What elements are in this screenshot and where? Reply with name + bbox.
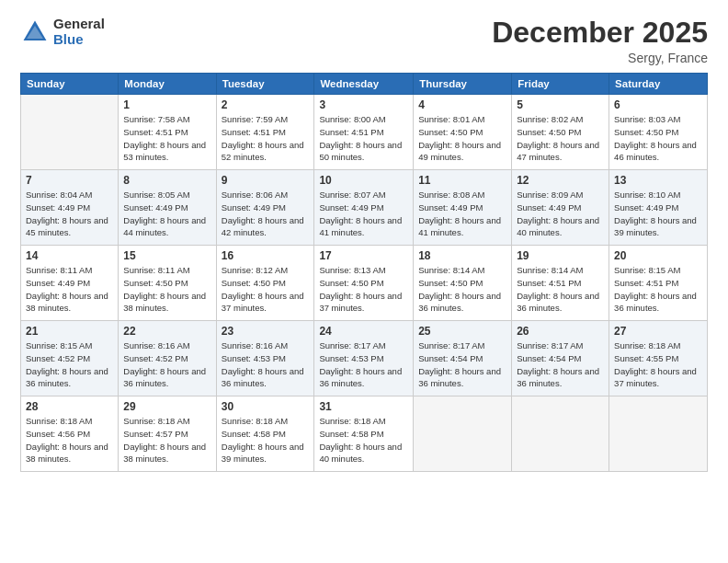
day-info: Sunrise: 8:02 AM Sunset: 4:50 PM Dayligh… — [517, 113, 604, 164]
day-number: 18 — [418, 249, 506, 262]
day-number: 21 — [26, 325, 113, 338]
day-info: Sunrise: 8:14 AM Sunset: 4:51 PM Dayligh… — [517, 264, 604, 315]
calendar-cell: 30Sunrise: 8:18 AM Sunset: 4:58 PM Dayli… — [216, 396, 314, 472]
day-number: 12 — [517, 174, 604, 187]
day-info: Sunrise: 8:03 AM Sunset: 4:50 PM Dayligh… — [614, 113, 702, 164]
page: General Blue December 2025 Sergy, France… — [0, 0, 728, 563]
day-number: 11 — [418, 174, 506, 187]
calendar-cell: 15Sunrise: 8:11 AM Sunset: 4:50 PM Dayli… — [119, 246, 216, 321]
calendar-cell: 14Sunrise: 8:11 AM Sunset: 4:49 PM Dayli… — [21, 246, 119, 321]
day-number: 10 — [319, 174, 408, 187]
day-info: Sunrise: 8:15 AM Sunset: 4:52 PM Dayligh… — [26, 339, 113, 390]
logo-icon — [20, 17, 50, 47]
calendar-cell: 27Sunrise: 8:18 AM Sunset: 4:55 PM Dayli… — [609, 321, 708, 396]
day-info: Sunrise: 8:14 AM Sunset: 4:50 PM Dayligh… — [418, 264, 506, 315]
col-header-saturday: Saturday — [609, 74, 708, 95]
day-info: Sunrise: 8:15 AM Sunset: 4:51 PM Dayligh… — [614, 264, 702, 315]
day-number: 14 — [26, 249, 113, 262]
day-number: 3 — [319, 98, 408, 111]
calendar-cell: 23Sunrise: 8:16 AM Sunset: 4:53 PM Dayli… — [216, 321, 314, 396]
logo: General Blue — [20, 17, 105, 47]
day-info: Sunrise: 8:06 AM Sunset: 4:49 PM Dayligh… — [222, 189, 310, 239]
calendar-cell: 16Sunrise: 8:12 AM Sunset: 4:50 PM Dayli… — [216, 246, 314, 321]
col-header-tuesday: Tuesday — [216, 74, 314, 95]
calendar-cell: 2Sunrise: 7:59 AM Sunset: 4:51 PM Daylig… — [216, 95, 314, 170]
day-number: 4 — [418, 98, 506, 111]
calendar-header-row: SundayMondayTuesdayWednesdayThursdayFrid… — [21, 74, 708, 95]
day-number: 16 — [222, 249, 310, 262]
calendar-cell: 4Sunrise: 8:01 AM Sunset: 4:50 PM Daylig… — [414, 95, 512, 170]
col-header-friday: Friday — [512, 74, 609, 95]
calendar-cell: 20Sunrise: 8:15 AM Sunset: 4:51 PM Dayli… — [609, 246, 708, 321]
day-number: 19 — [517, 249, 604, 262]
calendar-cell: 10Sunrise: 8:07 AM Sunset: 4:49 PM Dayli… — [314, 170, 414, 246]
day-info: Sunrise: 8:12 AM Sunset: 4:50 PM Dayligh… — [222, 264, 310, 315]
col-header-monday: Monday — [119, 74, 216, 95]
calendar-week-row: 28Sunrise: 8:18 AM Sunset: 4:56 PM Dayli… — [21, 396, 708, 472]
calendar-cell: 1Sunrise: 7:58 AM Sunset: 4:51 PM Daylig… — [119, 95, 216, 170]
calendar-cell: 26Sunrise: 8:17 AM Sunset: 4:54 PM Dayli… — [512, 321, 609, 396]
day-number: 29 — [123, 400, 210, 413]
calendar-week-row: 1Sunrise: 7:58 AM Sunset: 4:51 PM Daylig… — [21, 95, 708, 170]
day-info: Sunrise: 8:09 AM Sunset: 4:49 PM Dayligh… — [517, 189, 604, 239]
calendar-week-row: 21Sunrise: 8:15 AM Sunset: 4:52 PM Dayli… — [21, 321, 708, 396]
day-number: 30 — [222, 400, 310, 413]
day-info: Sunrise: 8:05 AM Sunset: 4:49 PM Dayligh… — [123, 189, 210, 239]
logo-general: General — [53, 17, 105, 32]
day-info: Sunrise: 8:07 AM Sunset: 4:49 PM Dayligh… — [319, 189, 408, 239]
day-number: 22 — [123, 325, 210, 338]
day-info: Sunrise: 8:18 AM Sunset: 4:57 PM Dayligh… — [123, 415, 210, 465]
calendar-week-row: 7Sunrise: 8:04 AM Sunset: 4:49 PM Daylig… — [21, 170, 708, 246]
day-info: Sunrise: 8:11 AM Sunset: 4:49 PM Dayligh… — [26, 264, 113, 315]
day-info: Sunrise: 8:17 AM Sunset: 4:53 PM Dayligh… — [319, 339, 408, 390]
day-number: 15 — [123, 249, 210, 262]
calendar-cell: 18Sunrise: 8:14 AM Sunset: 4:50 PM Dayli… — [414, 246, 512, 321]
title-block: December 2025 Sergy, France — [492, 17, 708, 65]
day-info: Sunrise: 8:13 AM Sunset: 4:50 PM Dayligh… — [319, 264, 408, 315]
day-info: Sunrise: 8:10 AM Sunset: 4:49 PM Dayligh… — [614, 189, 702, 239]
day-info: Sunrise: 8:01 AM Sunset: 4:50 PM Dayligh… — [418, 113, 506, 164]
day-number: 26 — [517, 325, 604, 338]
day-number: 9 — [222, 174, 310, 187]
subtitle: Sergy, France — [492, 51, 708, 65]
calendar-table: SundayMondayTuesdayWednesdayThursdayFrid… — [20, 73, 708, 472]
calendar-cell: 9Sunrise: 8:06 AM Sunset: 4:49 PM Daylig… — [216, 170, 314, 246]
calendar-cell: 7Sunrise: 8:04 AM Sunset: 4:49 PM Daylig… — [21, 170, 119, 246]
day-number: 7 — [26, 174, 113, 187]
day-info: Sunrise: 8:18 AM Sunset: 4:58 PM Dayligh… — [319, 415, 408, 465]
day-info: Sunrise: 8:11 AM Sunset: 4:50 PM Dayligh… — [123, 264, 210, 315]
day-number: 24 — [319, 325, 408, 338]
calendar-cell: 17Sunrise: 8:13 AM Sunset: 4:50 PM Dayli… — [314, 246, 414, 321]
header: General Blue December 2025 Sergy, France — [20, 17, 708, 65]
calendar-week-row: 14Sunrise: 8:11 AM Sunset: 4:49 PM Dayli… — [21, 246, 708, 321]
day-number: 8 — [123, 174, 210, 187]
calendar-cell — [609, 396, 708, 472]
day-number: 5 — [517, 98, 604, 111]
calendar-cell: 31Sunrise: 8:18 AM Sunset: 4:58 PM Dayli… — [314, 396, 414, 472]
month-title: December 2025 — [492, 17, 708, 49]
calendar-cell: 29Sunrise: 8:18 AM Sunset: 4:57 PM Dayli… — [119, 396, 216, 472]
day-number: 31 — [319, 400, 408, 413]
day-info: Sunrise: 8:18 AM Sunset: 4:55 PM Dayligh… — [614, 339, 702, 390]
calendar-cell: 19Sunrise: 8:14 AM Sunset: 4:51 PM Dayli… — [512, 246, 609, 321]
day-info: Sunrise: 8:17 AM Sunset: 4:54 PM Dayligh… — [517, 339, 604, 390]
day-number: 1 — [123, 98, 210, 111]
logo-text: General Blue — [53, 17, 105, 47]
calendar-cell: 21Sunrise: 8:15 AM Sunset: 4:52 PM Dayli… — [21, 321, 119, 396]
day-number: 25 — [418, 325, 506, 338]
day-number: 27 — [614, 325, 702, 338]
day-info: Sunrise: 8:00 AM Sunset: 4:51 PM Dayligh… — [319, 113, 408, 164]
calendar-cell: 5Sunrise: 8:02 AM Sunset: 4:50 PM Daylig… — [512, 95, 609, 170]
day-number: 2 — [222, 98, 310, 111]
day-info: Sunrise: 8:18 AM Sunset: 4:58 PM Dayligh… — [222, 415, 310, 465]
day-number: 28 — [26, 400, 113, 413]
calendar-cell: 13Sunrise: 8:10 AM Sunset: 4:49 PM Dayli… — [609, 170, 708, 246]
day-number: 23 — [222, 325, 310, 338]
day-number: 13 — [614, 174, 702, 187]
calendar-cell: 22Sunrise: 8:16 AM Sunset: 4:52 PM Dayli… — [119, 321, 216, 396]
day-info: Sunrise: 8:16 AM Sunset: 4:53 PM Dayligh… — [222, 339, 310, 390]
col-header-thursday: Thursday — [414, 74, 512, 95]
calendar-cell: 12Sunrise: 8:09 AM Sunset: 4:49 PM Dayli… — [512, 170, 609, 246]
day-info: Sunrise: 8:04 AM Sunset: 4:49 PM Dayligh… — [26, 189, 113, 239]
calendar-cell: 28Sunrise: 8:18 AM Sunset: 4:56 PM Dayli… — [21, 396, 119, 472]
